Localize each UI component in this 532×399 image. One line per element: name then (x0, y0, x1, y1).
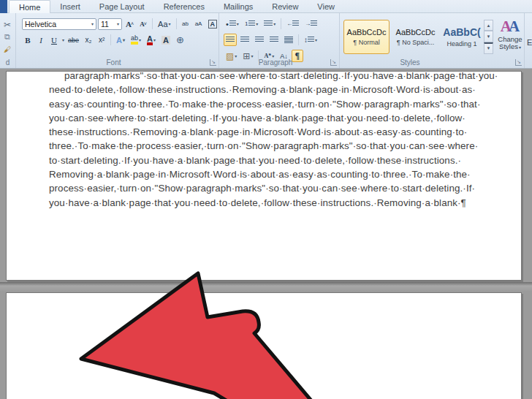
divider (110, 34, 111, 45)
style-card-normal[interactable]: AaBbCcDc ¶ Normal (343, 20, 390, 54)
align-center-icon (240, 37, 249, 43)
format-painter-icon[interactable]: 🖌 (1, 43, 13, 56)
styles-gallery-scroll: ▲ ▼ ▼ (484, 20, 493, 54)
page-break-gap (0, 282, 532, 292)
document-page-2[interactable]: ¶ (6, 292, 522, 399)
font-group-label: Font (16, 58, 211, 66)
numbering-dropdown-icon: ▾ (256, 21, 258, 26)
align-right-icon (255, 37, 264, 43)
paragraph-group: •▾ 1▾ ▾ ← → ↕▾ ▨▾ ⊞▾ A*▾ A↓ (219, 13, 340, 68)
tab-insert[interactable]: Insert (50, 0, 90, 13)
ribbon: Home Insert Page Layout References Maili… (0, 0, 532, 69)
font-color-dropdown-icon: ▾ (153, 37, 156, 42)
change-case-dropdown-icon: ▾ (169, 21, 171, 26)
tab-references[interactable]: References (154, 0, 214, 13)
subscript-button[interactable]: x₂ (83, 34, 94, 46)
line-spacing-button[interactable]: ↕▾ (302, 34, 319, 46)
tab-page-layout[interactable]: Page Layout (90, 0, 154, 13)
ribbon-tabs: Home Insert Page Layout References Maili… (9, 0, 344, 13)
increase-indent-lines-icon (311, 20, 317, 27)
paragraph-dialog-launcher[interactable]: ↘ (330, 59, 337, 66)
font-dialog-launcher[interactable]: ↘ (210, 59, 216, 66)
styles-group: AaBbCcDc ¶ Normal AaBbCcDc ¶ No Spaci...… (340, 13, 525, 68)
italic-button[interactable]: I (35, 34, 47, 46)
align-left-button[interactable] (224, 34, 237, 46)
character-border-button[interactable]: A (206, 18, 220, 30)
font-color-button[interactable]: A▾ (145, 34, 158, 46)
multilevel-dropdown-icon: ▾ (273, 21, 276, 26)
strikethrough-button[interactable]: abe (66, 34, 81, 46)
copy-icon[interactable]: ⧉ (1, 31, 13, 43)
file-tab-partial[interactable] (0, 0, 7, 13)
numbering-button[interactable]: 1▾ (243, 18, 260, 30)
underline-dropdown-icon[interactable]: ▾ (62, 37, 64, 42)
font-name-dropdown-icon[interactable]: ▾ (91, 21, 94, 26)
underline-button[interactable]: U (48, 34, 60, 46)
font-name-combo[interactable]: Helvetica ▾ (22, 18, 96, 30)
document-area: paragraph·marks"·so·that·you·can·see·whe… (0, 69, 532, 399)
enclose-characters-button[interactable]: ⊕ (174, 34, 186, 46)
style-preview: AaBbC( (443, 26, 480, 38)
divider (281, 18, 281, 29)
decrease-indent-button[interactable]: ← (284, 18, 301, 30)
text-highlight-color-button[interactable]: ab▾ (129, 34, 143, 46)
document-page-1[interactable]: paragraph·marks"·so·that·you·can·see·whe… (6, 71, 522, 281)
ribbon-tab-strip: Home Insert Page Layout References Maili… (0, 0, 532, 13)
tab-home[interactable]: Home (9, 0, 50, 13)
font-size-combo[interactable]: 11 ▾ (98, 18, 122, 30)
text-line: paragraph·marks"·so·that·you·can·see·whe… (49, 71, 476, 83)
tab-review[interactable]: Review (262, 0, 308, 13)
align-right-button[interactable] (253, 34, 266, 46)
style-card-no-spacing[interactable]: AaBbCcDc ¶ No Spaci... (392, 20, 438, 54)
superscript-button[interactable]: x² (96, 34, 107, 46)
line-spacing-dropdown-icon: ▾ (315, 37, 317, 42)
tab-mailings[interactable]: Mailings (214, 0, 262, 13)
bullets-button[interactable]: •▾ (224, 18, 241, 30)
character-shading-button[interactable]: A (159, 34, 172, 46)
text-effects-dropdown-icon: ▾ (123, 37, 125, 42)
grow-font-caret-icon: ˄ (131, 21, 134, 26)
shrink-font-button[interactable]: A˅ (137, 18, 149, 30)
phonetic-guide-button[interactable]: ab (180, 18, 191, 30)
text-line: process·easier,·turn·on·"Show·paragraph·… (49, 181, 476, 195)
style-name: Heading 1 (446, 40, 476, 48)
change-case-button[interactable]: Aa▾ (156, 18, 172, 30)
cut-icon[interactable]: ✂ (1, 18, 13, 31)
style-name: ¶ Normal (353, 39, 379, 46)
styles-group-label: Styles (340, 58, 480, 66)
shrink-font-caret-icon: ˅ (144, 21, 147, 26)
bold-button[interactable]: B (22, 34, 34, 46)
change-styles-button[interactable]: AA Change Styles▾ (495, 18, 525, 51)
justify-button[interactable] (267, 34, 281, 46)
styles-scroll-up-button[interactable]: ▲ (484, 20, 493, 31)
highlight-dropdown-icon: ▾ (139, 37, 141, 42)
change-styles-dropdown-icon: ▾ (519, 45, 521, 50)
paragraph-group-label: Paragraph (219, 58, 332, 66)
text-line: Removing·a·blank·page·in·Microsoft·Word·… (49, 167, 476, 181)
text-line: you·have·a·blank·page·that·you·need·to·d… (49, 196, 476, 210)
justify-icon (270, 37, 278, 43)
divider (298, 34, 299, 45)
tab-view[interactable]: View (308, 0, 344, 13)
style-card-heading1[interactable]: AaBbC( Heading 1 (441, 20, 482, 54)
font-name-value: Helvetica (25, 20, 56, 28)
distribute-button[interactable] (282, 34, 295, 46)
align-center-button[interactable] (238, 34, 251, 46)
bullets-dropdown-icon: ▾ (237, 21, 239, 26)
character-scaling-dropdown-icon: ▾ (272, 53, 274, 58)
editing-group-partial: E (527, 38, 532, 47)
styles-dialog-launcher[interactable]: ↘ (515, 59, 522, 66)
align-left-icon (226, 37, 235, 43)
multilevel-list-button[interactable]: ▾ (262, 18, 278, 30)
styles-more-button[interactable]: ▼ (484, 42, 493, 54)
text-effects-button[interactable]: A▾ (114, 34, 127, 46)
increase-indent-button[interactable]: → (303, 18, 319, 30)
document-text: paragraph·marks"·so·that·you·can·see·whe… (49, 71, 476, 210)
font-size-value: 11 (101, 20, 109, 28)
styles-scroll-down-button[interactable]: ▼ (484, 31, 493, 42)
text-line: easy·as·counting·to·three.·To·make·the·p… (49, 97, 476, 111)
grow-font-button[interactable]: A˄ (123, 18, 136, 30)
font-size-dropdown-icon[interactable]: ▾ (117, 21, 119, 26)
change-styles-label-2: Styles (499, 42, 518, 50)
ruby-text-button[interactable]: aA (193, 18, 205, 30)
